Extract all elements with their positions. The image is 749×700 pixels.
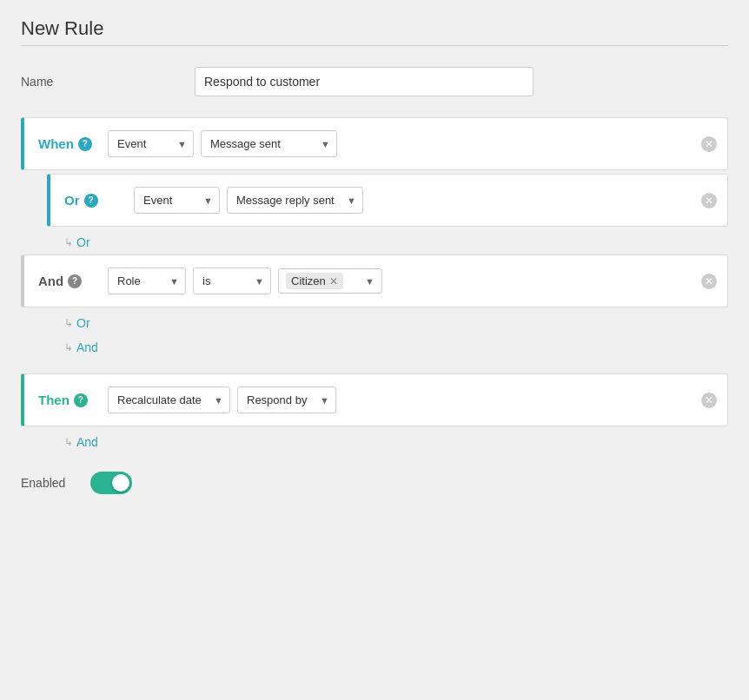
and-row: And ? Role Status Priority ▼ is is not ▼	[21, 254, 728, 307]
and-field-select[interactable]: Role Status Priority	[108, 267, 186, 294]
when-label: When ?	[38, 136, 108, 151]
and-link2[interactable]: And	[76, 435, 98, 449]
or-row: Or ? Event Condition ▼ Message sent Mess…	[47, 174, 728, 227]
or-link-row: ↳ Or	[21, 230, 728, 254]
toggle-slider	[90, 472, 132, 494]
when-section: When ? Event Condition ▼ Message sent Me…	[21, 117, 728, 170]
or-type-wrapper: Event Condition ▼	[134, 187, 220, 214]
and-value-tag-wrapper: Citizen ✕ ▼	[278, 268, 382, 294]
when-event-select[interactable]: Message sent Message reply sent Ticket c…	[201, 130, 337, 157]
enabled-row: Enabled	[21, 454, 728, 494]
and-label: And ?	[38, 274, 108, 288]
when-event-wrapper: Message sent Message reply sent Ticket c…	[201, 130, 337, 157]
then-row: Then ? Recalculate date Send email Assig…	[21, 373, 728, 426]
and-close-button[interactable]: ✕	[701, 274, 717, 289]
then-action-wrapper: Recalculate date Send email Assign ticke…	[108, 386, 230, 413]
then-target-select[interactable]: Respond by Resolve by	[237, 386, 336, 413]
or-link-arrow-icon: ↳	[64, 236, 73, 248]
and-link2-row: ↳ And	[21, 430, 728, 454]
or-link2-arrow-icon: ↳	[64, 317, 73, 329]
name-row: Name	[21, 67, 728, 96]
then-label: Then ?	[38, 393, 108, 407]
name-label: Name	[21, 75, 195, 89]
when-type-wrapper: Event Condition ▼	[108, 130, 194, 157]
and-value-tag-select[interactable]: Citizen ✕ ▼	[278, 268, 382, 294]
and-operator-select[interactable]: is is not	[193, 267, 271, 294]
when-row: When ? Event Condition ▼ Message sent Me…	[21, 117, 728, 170]
or-link2[interactable]: Or	[76, 316, 90, 330]
tag-select-arrow-icon: ▼	[348, 276, 374, 287]
when-type-select[interactable]: Event Condition	[108, 130, 194, 157]
then-close-button[interactable]: ✕	[701, 393, 717, 408]
citizen-tag: Citizen ✕	[286, 273, 343, 289]
enabled-label: Enabled	[21, 476, 90, 490]
page-container: New Rule Name When ? Event Condition ▼ M…	[0, 0, 749, 512]
when-close-button[interactable]: ✕	[701, 136, 717, 152]
and-field-wrapper: Role Status Priority ▼	[108, 267, 186, 294]
or-link[interactable]: Or	[76, 235, 90, 249]
then-section: Then ? Recalculate date Send email Assig…	[21, 373, 728, 426]
and-link-arrow-icon: ↳	[64, 341, 73, 353]
page-title: New Rule	[21, 17, 728, 40]
and-help-icon[interactable]: ?	[68, 274, 82, 288]
and-link2-arrow-icon: ↳	[64, 436, 73, 448]
then-action-select[interactable]: Recalculate date Send email Assign ticke…	[108, 386, 230, 413]
citizen-tag-remove[interactable]: ✕	[329, 275, 338, 287]
name-input[interactable]	[195, 67, 534, 96]
and-link-row: ↳ And	[21, 335, 728, 360]
or-section: Or ? Event Condition ▼ Message sent Mess…	[21, 174, 728, 227]
or-event-select[interactable]: Message sent Message reply sent Ticket c…	[227, 187, 363, 214]
then-target-wrapper: Respond by Resolve by ▼	[237, 386, 336, 413]
or-label: Or ?	[64, 193, 134, 208]
and-link[interactable]: And	[76, 340, 98, 354]
title-divider	[21, 45, 728, 46]
then-help-icon[interactable]: ?	[74, 393, 88, 407]
or-link2-row: ↳ Or	[21, 311, 728, 335]
enabled-toggle[interactable]	[90, 472, 132, 494]
or-close-button[interactable]: ✕	[701, 193, 717, 208]
or-type-select[interactable]: Event Condition	[134, 187, 220, 214]
and-operator-wrapper: is is not ▼	[193, 267, 271, 294]
or-help-icon[interactable]: ?	[84, 194, 98, 208]
or-event-wrapper: Message sent Message reply sent Ticket c…	[227, 187, 363, 214]
when-help-icon[interactable]: ?	[78, 137, 92, 151]
and-section: And ? Role Status Priority ▼ is is not ▼	[21, 254, 728, 307]
